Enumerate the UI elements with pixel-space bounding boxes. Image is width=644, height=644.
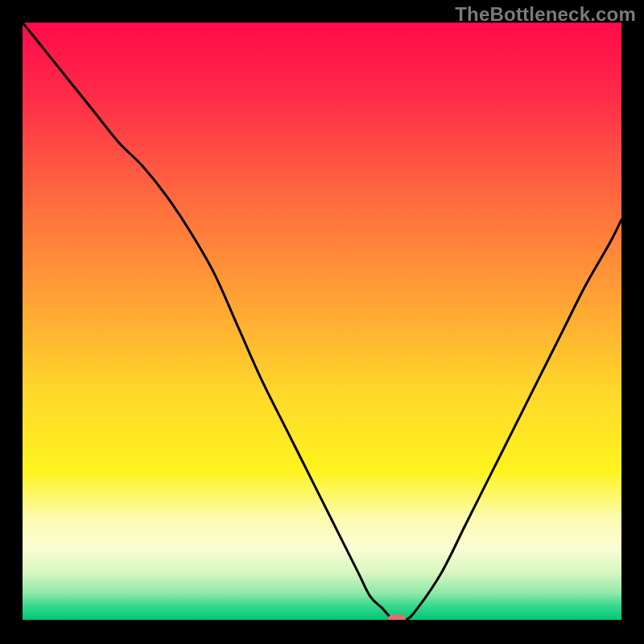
bottleneck-chart-svg — [23, 23, 621, 620]
watermark-text: TheBottleneck.com — [455, 3, 636, 26]
optimum-marker — [388, 615, 406, 621]
gradient-background — [23, 23, 621, 620]
chart-frame: TheBottleneck.com — [0, 0, 644, 644]
plot-area — [23, 23, 621, 620]
